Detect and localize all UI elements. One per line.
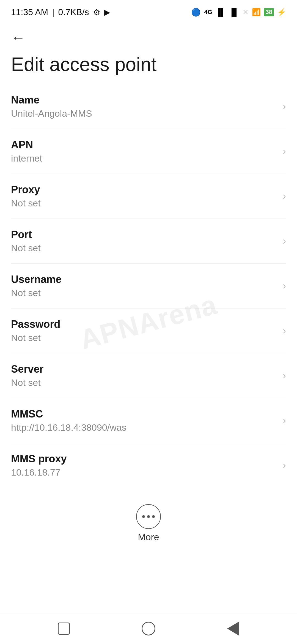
setting-mms-proxy[interactable]: MMS proxy 10.16.18.77 › [11,443,286,488]
setting-server[interactable]: Server Not set › [11,353,286,398]
setting-mmsc-label: MMSC [11,408,277,420]
setting-proxy-label: Proxy [11,184,277,196]
chevron-icon: › [283,146,286,157]
status-bar: 11:35 AM | 0.7KB/s ⚙ ▶ 🔵 4G ▐▌ ▐▌ ✕ 📶 38… [0,0,297,22]
setting-username[interactable]: Username Not set › [11,264,286,309]
setting-username-label: Username [11,274,277,285]
chevron-icon: › [283,460,286,471]
dot-3 [152,515,155,518]
back-button[interactable]: ← [11,30,25,45]
setting-mmsc-text: MMSC http://10.16.18.4:38090/was [11,408,277,433]
setting-apn-text: APN internet [11,139,277,164]
wifi-icon: 📶 [252,8,261,17]
more-button[interactable] [136,504,161,529]
bluetooth-icon: 🔵 [191,8,201,17]
setting-port-text: Port Not set [11,229,277,253]
page-title: Edit access point [0,47,297,84]
dot-1 [142,515,145,518]
status-time-speed: 11:35 AM | 0.7KB/s ⚙ ▶ [11,7,110,17]
setting-username-text: Username Not set [11,274,277,298]
navigation-bar [0,613,297,644]
setting-password-text: Password Not set [11,318,277,343]
setting-password-value: Not set [11,332,277,343]
status-speed: 0.7KB/s [58,7,89,17]
status-right-icons: 🔵 4G ▐▌ ▐▌ ✕ 📶 38 ⚡ [191,8,286,17]
chevron-icon: › [283,415,286,426]
no-signal-icon: ✕ [243,8,249,17]
signal-4g-icon: 4G [204,9,212,16]
chevron-icon: › [283,325,286,337]
setting-mms-proxy-value: 10.16.18.77 [11,467,277,478]
status-time: 11:35 AM [11,7,48,17]
nav-recents-button[interactable] [58,623,70,635]
signal-bars-icon: ▐▌ [216,8,226,17]
nav-back-button[interactable] [227,621,239,636]
charging-icon: ⚡ [277,8,286,17]
setting-port-value: Not set [11,243,277,253]
chevron-icon: › [283,190,286,202]
back-arrow-icon: ← [11,30,25,45]
more-dots-icon [142,515,155,518]
settings-icon: ⚙ [93,7,100,17]
chevron-icon: › [283,280,286,292]
video-icon: ▶ [104,8,110,17]
setting-apn-value: internet [11,153,277,164]
dot-2 [147,515,150,518]
setting-port-label: Port [11,229,277,241]
setting-name-text: Name Unitel-Angola-MMS [11,94,277,119]
setting-mms-proxy-label: MMS proxy [11,453,277,465]
setting-proxy-value: Not set [11,198,277,209]
setting-mms-proxy-text: MMS proxy 10.16.18.77 [11,453,277,478]
setting-name-value: Unitel-Angola-MMS [11,108,277,119]
more-label: More [138,532,159,542]
setting-username-value: Not set [11,288,277,298]
setting-port[interactable]: Port Not set › [11,219,286,264]
setting-apn[interactable]: APN internet › [11,129,286,174]
chevron-icon: › [283,101,286,112]
setting-password[interactable]: Password Not set › [11,309,286,353]
settings-list: Name Unitel-Angola-MMS › APN internet › … [0,84,297,488]
setting-mmsc-value: http://10.16.18.4:38090/was [11,422,277,433]
chevron-icon: › [283,370,286,381]
chevron-icon: › [283,235,286,247]
battery-indicator: 38 [264,8,274,16]
setting-name-label: Name [11,94,277,106]
setting-name[interactable]: Name Unitel-Angola-MMS › [11,84,286,129]
more-area: More [0,493,297,551]
setting-server-label: Server [11,363,277,375]
setting-apn-label: APN [11,139,277,151]
status-separator: | [52,7,54,17]
setting-mmsc[interactable]: MMSC http://10.16.18.4:38090/was › [11,398,286,443]
setting-password-label: Password [11,318,277,330]
setting-proxy-text: Proxy Not set [11,184,277,209]
setting-server-value: Not set [11,377,277,388]
nav-home-button[interactable] [142,622,155,635]
battery-percent: 38 [266,9,272,16]
setting-proxy[interactable]: Proxy Not set › [11,174,286,219]
signal-bars-2-icon: ▐▌ [229,8,239,17]
back-area: ← [0,22,297,47]
setting-server-text: Server Not set [11,363,277,388]
